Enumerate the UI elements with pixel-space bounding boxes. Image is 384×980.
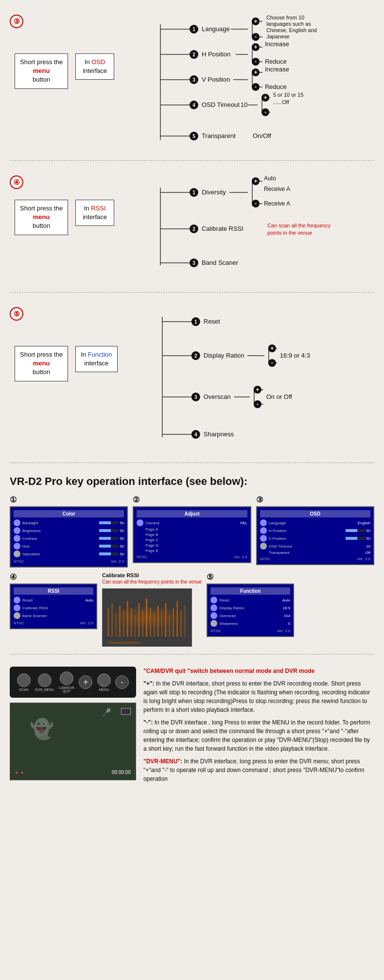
step-box-4: Short press the menu button bbox=[15, 200, 68, 235]
scan-btn[interactable] bbox=[17, 673, 31, 687]
osd-bar-3 bbox=[346, 537, 365, 540]
rssi-screen: RSSI Reset Auto Calibrate RSSI Band Scan… bbox=[10, 584, 97, 629]
interface-prefix-4: In bbox=[84, 205, 89, 212]
step-label-5: Short press the bbox=[20, 351, 63, 358]
dvr-menu-btn[interactable] bbox=[38, 673, 52, 687]
osd-val-3: 50 bbox=[366, 536, 370, 541]
svg-text:+: + bbox=[254, 178, 258, 185]
screen-item-osd: ③ OSD Language English H Position 50 bbox=[256, 495, 374, 567]
svg-rect-128 bbox=[115, 613, 117, 636]
osd-icon-1 bbox=[260, 519, 267, 526]
adjust-label-3: Page B bbox=[145, 533, 247, 537]
cam-dvr-btn[interactable] bbox=[60, 671, 73, 685]
color-icon-5 bbox=[14, 550, 20, 557]
screen-item-color: ① Color Backlight 50 Brightness 50 bbox=[10, 495, 128, 567]
func-footer: NTSC Ver: 3.0 bbox=[210, 629, 290, 633]
svg-rect-136 bbox=[146, 599, 147, 637]
plus-btn[interactable]: + bbox=[79, 675, 92, 689]
func-icon-1 bbox=[210, 597, 217, 603]
screenshots-title: VR-D2 Pro key operation interface (see b… bbox=[10, 475, 374, 488]
svg-text:points in the venue: points in the venue bbox=[267, 230, 312, 236]
svg-text:5: 5 bbox=[192, 134, 195, 139]
camera-noise bbox=[10, 703, 136, 780]
adjust-label-1: Camera bbox=[145, 521, 239, 525]
rssi-section: ④ Short press the menu button In RSSI in… bbox=[10, 166, 374, 292]
menu-label: MENU bbox=[99, 688, 109, 691]
osd-icon-3 bbox=[260, 535, 267, 542]
adjust-row-2: Page A bbox=[137, 527, 247, 532]
svg-text:OSD Timeout: OSD Timeout bbox=[202, 101, 240, 108]
calibrate-note-text: Can scan all the frequency points in the… bbox=[102, 579, 202, 585]
function-section: ⑤ Short press the menu button In Functio… bbox=[10, 297, 374, 463]
svg-text:2: 2 bbox=[192, 226, 195, 232]
menu-btn[interactable] bbox=[97, 673, 111, 687]
screenshots-row-2: ④ RSSI Reset Auto Calibrate RSSI Band S bbox=[10, 572, 374, 647]
scan-label: SCAN bbox=[19, 688, 28, 691]
color-row-3: Contrast 50 bbox=[14, 535, 124, 542]
color-val-4: 50 bbox=[120, 544, 124, 549]
func-icon-4 bbox=[210, 620, 217, 627]
osd-val-1: English bbox=[358, 521, 370, 525]
camera-mic-icon: 🎤 bbox=[102, 708, 111, 717]
color-row-2: Brightness 50 bbox=[14, 527, 124, 534]
svg-text:+: + bbox=[264, 94, 267, 101]
color-screen: Color Backlight 50 Brightness 50 bbox=[10, 506, 128, 567]
rssi-row-3: Band Scanner bbox=[14, 612, 93, 619]
adjust-icon-1 bbox=[137, 519, 143, 526]
color-icon-3 bbox=[14, 535, 20, 542]
screen-label-4: ④ bbox=[10, 572, 97, 582]
page: ③ Short press the menu button In OSD int… bbox=[0, 0, 384, 799]
plus-key-label: "+": bbox=[143, 680, 154, 687]
func-label-3: Overscan bbox=[219, 614, 283, 618]
color-row-1: Backlight 50 bbox=[14, 519, 124, 526]
color-bar-1 bbox=[99, 521, 119, 524]
calibrate-screen: Elununeusinhiliman... bbox=[102, 588, 192, 647]
svg-text:Chinese, English and: Chinese, English and bbox=[266, 27, 317, 33]
func-row-2: Display Ration 16:9 bbox=[210, 604, 290, 611]
rssi-icon-1 bbox=[14, 597, 20, 603]
plus-btn-wrapper: + bbox=[79, 675, 92, 689]
rssi-tree-svg: 1 Diversity + - Auto Receive A Receive A… bbox=[122, 175, 374, 277]
function-diagram: ⑤ Short press the menu button In Functio… bbox=[10, 307, 374, 453]
svg-text:-: - bbox=[255, 58, 257, 65]
screen-label-3: ③ bbox=[256, 495, 263, 504]
screen-label-2: ② bbox=[133, 495, 140, 504]
adjust-row-5: Page D bbox=[137, 543, 247, 548]
svg-rect-146 bbox=[184, 605, 186, 636]
osd-row-5: Transparent Off bbox=[260, 550, 370, 555]
step-box-3: Short press the menu button bbox=[15, 53, 68, 89]
color-row-4: Hue 50 bbox=[14, 543, 124, 550]
svg-rect-142 bbox=[169, 615, 170, 636]
svg-text:Transparent: Transparent bbox=[202, 132, 236, 139]
camera-view: 👻 🎤 ● 00:00:00 ● bbox=[10, 703, 136, 780]
osd-footer-left: NTSC bbox=[260, 557, 271, 561]
button-label-5: button bbox=[33, 368, 50, 376]
svg-text:-: - bbox=[255, 200, 257, 207]
func-val-4: 0 bbox=[288, 621, 290, 626]
minus-btn[interactable]: - bbox=[115, 675, 129, 689]
color-title: Color bbox=[14, 510, 124, 517]
svg-text:Reset: Reset bbox=[203, 318, 220, 325]
svg-rect-126 bbox=[107, 608, 109, 636]
svg-text:Elununeusinhiliman...: Elununeusinhiliman... bbox=[108, 640, 142, 645]
rec-label: ● bbox=[21, 770, 23, 775]
osd-footer-right: Ver: 3.0 bbox=[357, 557, 370, 561]
interface-box-4: In RSSI interface bbox=[75, 200, 114, 226]
svg-text:+: + bbox=[254, 69, 258, 76]
osd-icon-2 bbox=[260, 527, 267, 534]
interface-name-4: RSSI bbox=[91, 205, 105, 212]
svg-rect-137 bbox=[150, 608, 151, 636]
osd-section: ③ Short press the menu button In OSD int… bbox=[10, 5, 374, 161]
func-label-1: Reset bbox=[219, 598, 281, 602]
section-number-4: ④ bbox=[10, 175, 23, 189]
step-box-5: Short press the menu button bbox=[15, 346, 68, 381]
color-icon-4 bbox=[14, 543, 20, 550]
svg-text:Sharpness: Sharpness bbox=[203, 430, 234, 438]
interface-box-5: In Function interface bbox=[75, 346, 117, 372]
svg-rect-145 bbox=[180, 610, 182, 636]
rssi-footer-right: Ver: 2.0 bbox=[80, 621, 93, 625]
section-number-5: ⑤ bbox=[10, 307, 23, 321]
rssi-val-1: Auto bbox=[86, 598, 93, 602]
bottom-right: "CAM/DVR quit "switch between normal mod… bbox=[143, 667, 374, 787]
svg-rect-144 bbox=[176, 601, 178, 637]
